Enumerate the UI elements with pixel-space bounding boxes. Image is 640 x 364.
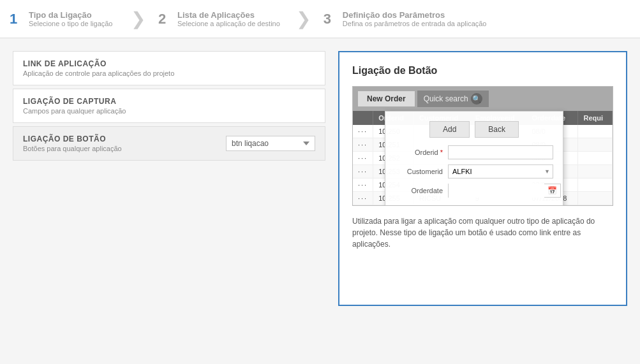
wizard-header: 1 Tipo da Ligação Selecione o tipo de li… bbox=[0, 0, 640, 38]
orderdate-field: Orderdate 📅 bbox=[395, 184, 553, 198]
customerid-label: Customerid bbox=[395, 168, 443, 175]
row-menu[interactable]: ··· bbox=[353, 138, 373, 152]
option-botao-sub: Botões para qualquer aplicação bbox=[23, 145, 122, 152]
col-header-requi: Requi bbox=[578, 111, 613, 125]
option-botao-title: LIGAÇÃO DE BOTÃO bbox=[23, 135, 122, 143]
row-requi bbox=[578, 152, 613, 165]
customerid-select[interactable]: ALFKI bbox=[448, 164, 553, 178]
step-1-sub: Selecione o tipo de ligação bbox=[29, 20, 112, 27]
option-link-app[interactable]: LINK DE APLICAÇÃO Aplicação de controle … bbox=[13, 51, 325, 85]
app-preview: New Order Quick search 🔍 Orderid Custome… bbox=[352, 86, 613, 206]
row-requi bbox=[578, 138, 613, 152]
panel-title: Ligação de Botão bbox=[352, 65, 613, 76]
right-panel: Ligação de Botão New Order Quick search … bbox=[338, 51, 627, 306]
tabs-row: New Order Quick search 🔍 bbox=[353, 87, 613, 111]
main-content: LINK DE APLICAÇÃO Aplicação de controle … bbox=[0, 38, 640, 319]
required-marker: * bbox=[440, 149, 443, 156]
option-ligacao-captura[interactable]: LIGAÇÃO DE CAPTURA Campos para qualquer … bbox=[13, 89, 325, 123]
step-2-num: 2 bbox=[158, 11, 171, 27]
row-requi bbox=[578, 165, 613, 178]
orderid-label: Orderid * bbox=[395, 149, 443, 156]
option-link-app-sub: Aplicação de controle para aplicações do… bbox=[23, 69, 315, 77]
table-container: Orderid Customerid Employeeid Orderdate … bbox=[353, 111, 613, 205]
orderdate-input[interactable] bbox=[449, 184, 544, 198]
step-1-title: Tipo da Ligação bbox=[29, 10, 112, 20]
col-header-menu bbox=[353, 111, 373, 125]
botao-select[interactable]: btn liqacao bbox=[226, 136, 315, 151]
row-requi bbox=[578, 178, 613, 192]
row-menu[interactable]: ··· bbox=[353, 152, 373, 165]
option-captura-title: LIGAÇÃO DE CAPTURA bbox=[23, 97, 315, 106]
back-button[interactable]: Back bbox=[475, 121, 519, 138]
orderid-field: Orderid * bbox=[395, 145, 553, 159]
row-menu[interactable]: ··· bbox=[353, 192, 373, 205]
row-requi bbox=[578, 192, 613, 205]
left-panel: LINK DE APLICAÇÃO Aplicação de controle … bbox=[13, 51, 325, 306]
option-link-app-title: LINK DE APLICAÇÃO bbox=[23, 59, 315, 68]
row-requi bbox=[578, 125, 613, 138]
option-ligacao-botao[interactable]: LIGAÇÃO DE BOTÃO Botões para qualquer ap… bbox=[13, 126, 325, 161]
arrow-1: ❯ bbox=[128, 0, 149, 38]
step-1-num: 1 bbox=[10, 11, 22, 27]
search-icon: 🔍 bbox=[471, 93, 482, 105]
wizard-step-3[interactable]: 3 Definição dos Parâmetros Defina os par… bbox=[314, 0, 500, 38]
customerid-field: Customerid ALFKI ▼ bbox=[395, 164, 553, 178]
tab-new-order[interactable]: New Order bbox=[358, 91, 415, 106]
wizard-step-1[interactable]: 1 Tipo da Ligação Selecione o tipo de li… bbox=[0, 0, 128, 38]
row-menu[interactable]: ··· bbox=[353, 178, 373, 192]
step-2-sub: Selecione a aplicação de destino bbox=[177, 20, 280, 27]
step-3-title: Definição dos Parâmetros bbox=[343, 10, 487, 20]
step-2-title: Lista de Aplicações bbox=[177, 10, 280, 20]
step-3-sub: Defina os parâmetros de entrada da aplic… bbox=[343, 20, 487, 27]
row-menu[interactable]: ··· bbox=[353, 125, 373, 138]
step-3-num: 3 bbox=[324, 11, 336, 27]
orderdate-input-wrap: 📅 bbox=[448, 184, 561, 198]
arrow-2: ❯ bbox=[293, 0, 314, 38]
calendar-icon[interactable]: 📅 bbox=[544, 185, 560, 196]
add-button[interactable]: Add bbox=[429, 121, 470, 138]
orderid-input[interactable] bbox=[448, 145, 553, 159]
quick-search-label: Quick search bbox=[424, 94, 468, 103]
row-menu[interactable]: ··· bbox=[353, 165, 373, 178]
orderdate-label: Orderdate bbox=[395, 187, 443, 194]
option-captura-sub: Campos para qualquer aplicação bbox=[23, 107, 315, 115]
modal-btn-row: Add Back bbox=[395, 121, 553, 138]
modal-dialog: Add Back Orderid * Customerid ALFKI bbox=[385, 111, 563, 206]
search-tab[interactable]: Quick search 🔍 bbox=[417, 91, 489, 107]
description-text: Utilizada para ligar a aplicação com qua… bbox=[352, 215, 613, 250]
customerid-select-wrap: ALFKI ▼ bbox=[448, 164, 553, 178]
wizard-step-2[interactable]: 2 Lista de Aplicações Selecione a aplica… bbox=[149, 0, 293, 38]
